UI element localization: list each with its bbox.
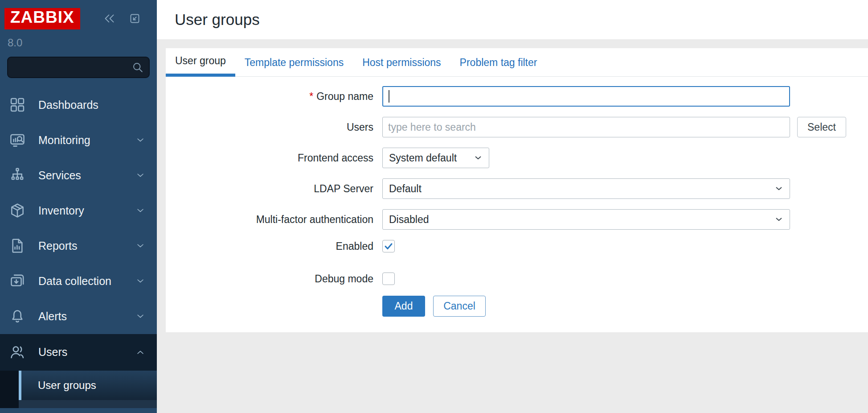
tab-template-permissions[interactable]: Template permissions <box>235 48 353 77</box>
page-title: User groups <box>175 11 260 29</box>
enabled-label: Enabled <box>166 240 373 252</box>
collapse-double-chevron-icon[interactable] <box>103 12 115 25</box>
group-name-input-field[interactable] <box>389 91 784 103</box>
user-group-form-card: User group Template permissions Host per… <box>166 48 868 332</box>
users-icon <box>9 344 26 361</box>
kiosk-mode-icon[interactable] <box>129 12 141 25</box>
group-name-row: *Group name <box>166 86 868 107</box>
sidebar-item-data-collection[interactable]: Data collection <box>0 264 157 299</box>
monitoring-icon <box>9 132 26 149</box>
sidebar-item-label: Services <box>38 169 81 182</box>
mfa-row: Multi-factor authentication Disabled <box>166 209 868 230</box>
tab-user-group[interactable]: User group <box>166 48 235 77</box>
version-label: 8.0 <box>0 29 157 49</box>
chevron-down-icon <box>774 184 783 193</box>
required-asterisk: * <box>309 91 313 102</box>
sidebar-item-services[interactable]: Services <box>0 158 157 193</box>
sidebar-item-label: Alerts <box>38 310 67 323</box>
sidebar-item-label: Monitoring <box>38 134 90 147</box>
add-button[interactable]: Add <box>382 296 425 317</box>
sidebar-item-label: Dashboards <box>38 99 98 112</box>
sidebar-item-label: Data collection <box>38 275 111 288</box>
chevron-down-icon <box>474 153 483 162</box>
data-collection-icon <box>9 273 26 289</box>
chevron-down-icon <box>774 215 783 224</box>
user-group-form: *Group name Users Select Frontend access <box>166 77 868 317</box>
sidebar-item-dashboards[interactable]: Dashboards <box>0 87 157 123</box>
cancel-button[interactable]: Cancel <box>433 296 486 317</box>
sidebar-section-users-expanded: Users User groups <box>0 334 157 408</box>
checkmark-icon <box>384 241 393 251</box>
sidebar-item-monitoring[interactable]: Monitoring <box>0 123 157 158</box>
chevron-down-icon <box>135 311 145 321</box>
group-name-label: *Group name <box>166 91 373 103</box>
chevron-down-icon <box>135 241 145 251</box>
sidebar-subitem-user-groups[interactable]: User groups <box>19 371 157 400</box>
frontend-access-select[interactable]: System default <box>382 148 489 168</box>
mfa-label: Multi-factor authentication <box>166 214 373 226</box>
users-submenu: User groups <box>0 371 157 408</box>
group-name-input[interactable] <box>382 86 790 107</box>
users-search-input[interactable] <box>388 121 784 133</box>
frontend-access-value: System default <box>389 152 457 164</box>
page-header: User groups <box>157 0 868 39</box>
sidebar-search-input[interactable] <box>7 57 150 78</box>
debug-mode-row: Debug mode <box>166 273 868 285</box>
sidebar-item-label: Users <box>38 346 67 359</box>
chevron-up-icon <box>135 347 145 357</box>
users-label: Users <box>166 121 373 133</box>
form-actions-row: Add Cancel <box>166 296 868 317</box>
zabbix-logo[interactable]: ZABBIX <box>4 8 80 29</box>
users-search-box <box>382 117 790 137</box>
frontend-access-row: Frontend access System default <box>166 148 868 168</box>
chevron-down-icon <box>135 135 145 145</box>
search-icon <box>131 61 144 74</box>
sidebar-subitem-next-partial[interactable] <box>19 400 157 408</box>
sidebar-item-alerts[interactable]: Alerts <box>0 299 157 334</box>
reports-icon <box>9 237 26 254</box>
debug-mode-checkbox[interactable] <box>382 273 395 285</box>
sidebar-subitem-label: User groups <box>38 379 96 392</box>
users-row: Users Select <box>166 117 868 137</box>
dashboards-icon <box>9 96 26 113</box>
ldap-server-value: Default <box>389 183 422 195</box>
ldap-server-row: LDAP Server Default <box>166 178 868 199</box>
sidebar-item-reports[interactable]: Reports <box>0 228 157 264</box>
frontend-access-label: Frontend access <box>166 152 373 164</box>
inventory-icon <box>9 202 26 219</box>
sidebar-item-inventory[interactable]: Inventory <box>0 193 157 228</box>
sidebar-item-label: Inventory <box>38 204 84 217</box>
enabled-row: Enabled <box>166 240 868 252</box>
tab-host-permissions[interactable]: Host permissions <box>353 48 450 77</box>
ldap-server-select[interactable]: Default <box>382 178 790 199</box>
sidebar-item-users[interactable]: Users <box>0 334 157 371</box>
enabled-checkbox[interactable] <box>382 240 395 252</box>
chevron-down-icon <box>135 170 145 180</box>
logo-row: ZABBIX <box>0 0 157 29</box>
sidebar-menu: Dashboards Monitoring Services Inv <box>0 87 157 408</box>
mfa-value: Disabled <box>389 214 429 226</box>
mfa-select[interactable]: Disabled <box>382 209 790 230</box>
ldap-server-label: LDAP Server <box>166 183 373 195</box>
debug-mode-label: Debug mode <box>166 273 373 285</box>
chevron-down-icon <box>135 206 145 215</box>
main-content: User groups User group Template permissi… <box>157 0 868 413</box>
users-field: Select <box>382 117 846 137</box>
alerts-icon <box>9 308 26 325</box>
sidebar-controls <box>103 12 141 25</box>
chevron-down-icon <box>135 276 145 286</box>
tab-bar: User group Template permissions Host per… <box>166 48 868 77</box>
sidebar-item-label: Reports <box>38 240 78 252</box>
sidebar: ZABBIX 8.0 Dashboards Monitoring <box>0 0 157 413</box>
users-select-button[interactable]: Select <box>797 117 846 137</box>
tab-problem-tag-filter[interactable]: Problem tag filter <box>450 48 547 77</box>
services-icon <box>9 167 26 184</box>
